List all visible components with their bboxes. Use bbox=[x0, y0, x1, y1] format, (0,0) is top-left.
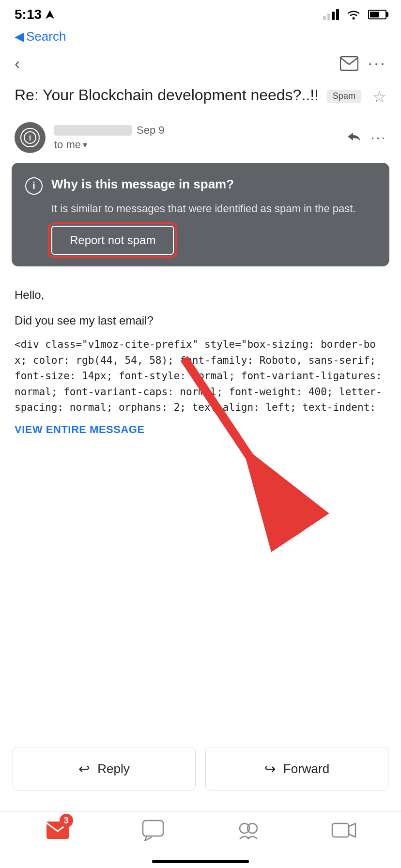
sender-actions: ··· bbox=[347, 130, 386, 145]
spam-warning-title: Why is this message in spam? bbox=[51, 176, 234, 193]
reply-label: Reply bbox=[97, 761, 129, 776]
bottom-nav: 3 bbox=[0, 811, 401, 849]
sender-to[interactable]: to me ▾ bbox=[54, 139, 338, 151]
info-icon: i bbox=[23, 131, 37, 144]
spam-info-icon: i bbox=[25, 177, 43, 195]
mail-icon[interactable] bbox=[340, 54, 358, 73]
location-icon bbox=[46, 10, 54, 19]
battery-icon bbox=[368, 10, 386, 19]
nav-item-meet[interactable] bbox=[235, 817, 262, 844]
forward-icon: ↪ bbox=[264, 761, 276, 777]
top-toolbar: ‹ ··· bbox=[0, 49, 401, 80]
reply-icon-header bbox=[347, 130, 363, 143]
avatar: i bbox=[15, 122, 46, 153]
spam-badge: Spam bbox=[327, 90, 361, 103]
mail-nav-icon: 3 bbox=[44, 817, 71, 844]
svg-rect-11 bbox=[332, 823, 349, 837]
avatar-inner: i bbox=[20, 128, 40, 147]
email-body-line1: Hello, bbox=[15, 286, 386, 304]
email-body-code: <div class="v1moz-cite-prefix" style="bo… bbox=[15, 337, 386, 416]
back-nav: ◀ Search bbox=[0, 26, 401, 49]
reply-button[interactable]: ↩ Reply bbox=[13, 747, 196, 790]
email-title-section: Re: Your Blockchain development needs?..… bbox=[0, 80, 401, 117]
subject-text: Re: Your Blockchain development needs?..… bbox=[15, 86, 319, 104]
sender-name-row: Sep 9 bbox=[54, 124, 338, 137]
nav-item-mail[interactable]: 3 bbox=[44, 817, 71, 844]
svg-point-1 bbox=[353, 17, 355, 20]
toolbar-right: ··· bbox=[340, 54, 386, 73]
chevron-down-icon: ▾ bbox=[83, 140, 87, 150]
mail-svg bbox=[340, 56, 358, 71]
svg-rect-2 bbox=[340, 57, 358, 70]
back-label: Search bbox=[26, 29, 66, 44]
spam-warning-header: i Why is this message in spam? bbox=[25, 176, 376, 195]
nav-item-chat[interactable] bbox=[139, 817, 167, 844]
bottom-actions: ↩ Reply ↪ Forward bbox=[0, 747, 401, 790]
reply-button-header[interactable] bbox=[347, 130, 363, 145]
svg-marker-0 bbox=[46, 10, 54, 19]
sender-row: i Sep 9 to me ▾ ··· bbox=[0, 117, 401, 161]
view-entire-message-link[interactable]: VIEW ENTIRE MESSAGE bbox=[15, 423, 386, 436]
more-options-button-sender[interactable]: ··· bbox=[371, 130, 386, 145]
email-date: Sep 9 bbox=[137, 124, 165, 137]
chat-nav-icon bbox=[139, 817, 167, 844]
reply-icon: ↩ bbox=[78, 761, 90, 777]
meet-nav-icon bbox=[235, 817, 262, 844]
spam-warning-box: i Why is this message in spam? It is sim… bbox=[12, 163, 389, 267]
back-button[interactable]: ‹ bbox=[15, 54, 20, 73]
forward-button[interactable]: ↪ Forward bbox=[205, 747, 388, 790]
toolbar-left: ‹ bbox=[15, 54, 20, 73]
svg-marker-12 bbox=[349, 823, 355, 837]
signal-icon bbox=[323, 9, 339, 20]
star-button[interactable]: ☆ bbox=[372, 87, 386, 108]
status-time: 5:13 bbox=[15, 7, 54, 22]
more-options-button[interactable]: ··· bbox=[368, 54, 386, 73]
mail-badge: 3 bbox=[60, 814, 73, 827]
report-not-spam-button[interactable]: Report not spam bbox=[51, 226, 174, 255]
forward-label: Forward bbox=[283, 761, 329, 776]
sender-info: Sep 9 to me ▾ bbox=[54, 124, 338, 151]
email-subject-text: Re: Your Blockchain development needs?..… bbox=[15, 85, 368, 106]
home-indicator bbox=[152, 860, 249, 863]
email-body-line2: Did you see my last email? bbox=[15, 311, 386, 330]
email-subject: Re: Your Blockchain development needs?..… bbox=[15, 85, 386, 108]
spam-warning-body: It is similar to messages that were iden… bbox=[51, 202, 376, 217]
back-search-link[interactable]: ◀ Search bbox=[15, 29, 386, 44]
status-bar: 5:13 bbox=[0, 0, 401, 26]
svg-rect-8 bbox=[143, 821, 163, 836]
svg-text:i: i bbox=[29, 134, 31, 142]
to-label: to me bbox=[54, 139, 81, 151]
video-nav-icon bbox=[330, 817, 357, 844]
status-icons bbox=[323, 9, 386, 20]
email-body: Hello, Did you see my last email? <div c… bbox=[0, 276, 401, 446]
time-label: 5:13 bbox=[15, 7, 42, 22]
sender-name-blurred bbox=[54, 125, 132, 136]
nav-item-video[interactable] bbox=[330, 817, 357, 844]
wifi-icon bbox=[346, 9, 361, 20]
